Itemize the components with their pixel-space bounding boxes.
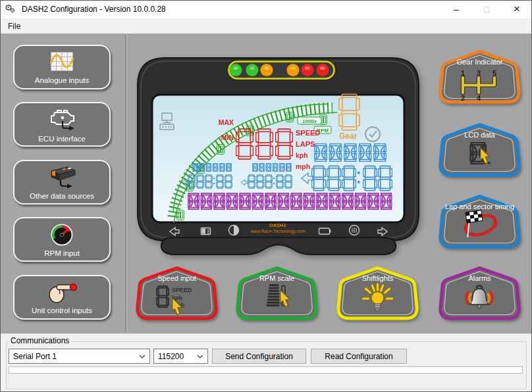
sidebar-button-rpm-input[interactable]: RPM input	[13, 217, 111, 262]
dash2-preview: 1000x RPM MAX MIN SPEED LAPS kph mph Gea…	[135, 55, 421, 258]
panel-button-label: Shiftlights	[336, 274, 419, 282]
panel-button-label: Alarms	[438, 274, 521, 282]
menu-bar: File	[0, 18, 532, 34]
panel-button-lcd-data[interactable]: LCD data	[438, 122, 521, 178]
title-bar: ⚙⚙ DASH2 Configuration - Version 10.0.0.…	[0, 0, 532, 18]
panel-divider	[125, 35, 127, 332]
read-configuration-button[interactable]: Read Configuration	[311, 349, 407, 364]
svg-text:2: 2	[461, 94, 465, 102]
close-button[interactable]: ×	[502, 0, 532, 18]
svg-text:4: 4	[477, 94, 481, 102]
sidebar-label: Unit control inputs	[32, 306, 92, 314]
sidebar-button-analogue-inputs[interactable]: Analogue inputs	[13, 45, 111, 89]
serial-port-select[interactable]: Serial Port 1	[9, 349, 150, 364]
menu-file[interactable]: File	[3, 20, 25, 33]
sidebar-button-ecu-interface[interactable]: ECU interface	[13, 102, 111, 147]
minimize-button[interactable]: –	[441, 0, 471, 18]
app-gears-icon: ⚙⚙	[5, 3, 18, 16]
dash-brand-label: DASH2	[269, 222, 286, 228]
min-label: MIN	[221, 134, 234, 141]
panel-button-rpm-scale[interactable]: RPM scale	[235, 266, 319, 321]
led-6	[317, 64, 329, 76]
led-3	[261, 64, 273, 76]
panel-button-speed-input[interactable]: SPEED kph mph Speed input	[135, 266, 219, 321]
gauge-icon	[49, 222, 74, 247]
dash2-configuration-window: { "window": { "title": "DASH2 Configurat…	[0, 0, 532, 392]
baud-rate-value: 115200	[158, 352, 184, 361]
data-logger-icon	[47, 165, 77, 190]
panel-button-label: LCD data	[438, 131, 521, 139]
panel-button-alarms[interactable]: Alarms	[438, 266, 521, 321]
sine-wave-grid-icon	[47, 51, 76, 74]
communications-panel: Communications Serial Port 1 115200 Send…	[0, 333, 532, 392]
panel-button-label: RPM scale	[235, 274, 319, 282]
sidebar-label: Analogue inputs	[35, 76, 89, 84]
engine-icon	[47, 107, 77, 133]
panel-button-shiftlights[interactable]: Shiftlights	[336, 266, 419, 321]
chevron-down-icon	[197, 355, 203, 358]
panel-button-label: Lap and sector timing	[438, 203, 521, 210]
communications-title: Communications	[8, 336, 72, 345]
maximize-button: □	[471, 0, 502, 18]
chevron-down-icon	[139, 355, 146, 358]
baud-rate-select[interactable]: 115200	[153, 349, 208, 364]
rpm-multiplier-label: 1000x	[302, 118, 317, 124]
sidebar-label: Other data sources	[30, 192, 94, 200]
led-2	[246, 64, 259, 76]
panel-button-label: Speed input	[135, 274, 219, 282]
kph-label: kph	[296, 151, 308, 159]
dash-website-label: www.Race-Technology.com	[250, 229, 305, 234]
serial-port-value: Serial Port 1	[13, 352, 57, 361]
svg-text:SPEED: SPEED	[172, 287, 192, 293]
dash-feet	[161, 237, 396, 255]
sidebar-button-other-data-sources[interactable]: Other data sources	[13, 160, 111, 205]
sidebar-button-unit-control-inputs[interactable]: Unit control inputs	[13, 275, 111, 320]
led-5	[302, 64, 314, 76]
panel-button-lap-sector-timing[interactable]: Lap and sector timing	[438, 194, 521, 249]
shiftlight-leds	[226, 60, 336, 80]
speed-label: SPEED	[296, 129, 320, 137]
hand-button-icon	[46, 281, 78, 305]
gear-label: Gear	[339, 132, 358, 141]
panel-button-gear-indicator[interactable]: 1 3 5 2 4 Gear Indicator	[438, 49, 521, 105]
transfer-progress-bar	[9, 366, 523, 374]
window-title: DASH2 Configuration - Version 10.0.0.28	[22, 5, 166, 14]
laps-label: LAPS	[296, 140, 315, 148]
max-label: MAX	[219, 118, 234, 126]
sidebar-label: ECU interface	[38, 135, 86, 143]
panel-button-label: Gear Indicator	[438, 58, 521, 66]
led-1	[230, 64, 242, 76]
send-configuration-button[interactable]: Send Configuration	[212, 349, 306, 364]
mph-label: mph	[296, 162, 310, 170]
sidebar-label: RPM input	[44, 249, 80, 257]
led-4	[287, 64, 300, 76]
